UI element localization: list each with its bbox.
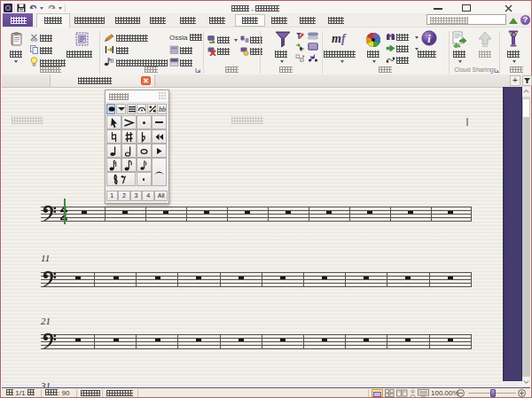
svg-text:bb: bb — [159, 105, 166, 113]
